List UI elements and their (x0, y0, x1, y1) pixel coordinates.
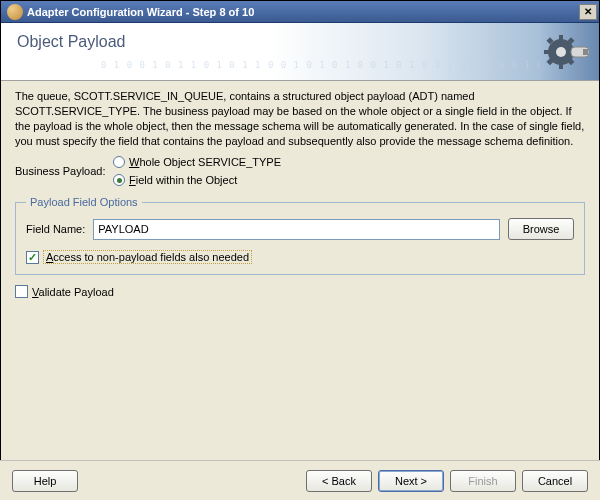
validate-checkbox-row[interactable]: Validate Payload (15, 285, 585, 298)
checkbox-icon (26, 251, 39, 264)
checkbox-label: Access to non-payload fields also needed (43, 250, 252, 264)
payload-radio-group: Whole Object SERVICE_TYPE Field within t… (113, 156, 281, 186)
back-button[interactable]: < Back (306, 470, 372, 492)
description-text: The queue, SCOTT.SERVICE_IN_QUEUE, conta… (15, 89, 585, 148)
cancel-button[interactable]: Cancel (522, 470, 588, 492)
radio-icon (113, 174, 125, 186)
gear-icon (543, 33, 589, 71)
group-legend: Payload Field Options (26, 196, 142, 208)
window-title: Adapter Configuration Wizard - Step 8 of… (27, 6, 579, 18)
business-payload-label: Business Payload: (15, 165, 113, 177)
field-name-row: Field Name: Browse (26, 218, 574, 240)
business-payload-row: Business Payload: Whole Object SERVICE_T… (15, 156, 585, 186)
checkbox-label: Validate Payload (32, 286, 114, 298)
app-icon (7, 4, 23, 20)
svg-rect-2 (559, 63, 563, 69)
radio-label: Field within the Object (129, 174, 237, 186)
svg-rect-1 (559, 35, 563, 41)
payload-field-options-group: Payload Field Options Field Name: Browse… (15, 196, 585, 275)
content-area: The queue, SCOTT.SERVICE_IN_QUEUE, conta… (1, 81, 599, 298)
field-name-input[interactable] (93, 219, 500, 240)
svg-rect-3 (544, 50, 550, 54)
access-checkbox-row[interactable]: Access to non-payload fields also needed (26, 250, 574, 264)
next-button[interactable]: Next > (378, 470, 444, 492)
checkbox-icon (15, 285, 28, 298)
browse-button[interactable]: Browse (508, 218, 574, 240)
finish-button: Finish (450, 470, 516, 492)
banner-decoration: 0 1 0 0 1 0 1 1 0 1 0 1 1 0 0 1 0 1 0 1 … (101, 60, 539, 78)
close-button[interactable]: ✕ (579, 4, 597, 20)
titlebar: Adapter Configuration Wizard - Step 8 of… (1, 1, 599, 23)
radio-label: Whole Object SERVICE_TYPE (129, 156, 281, 168)
help-button[interactable]: Help (12, 470, 78, 492)
radio-icon (113, 156, 125, 168)
svg-point-9 (556, 47, 566, 57)
banner: Object Payload 0 1 0 0 1 0 1 1 0 1 0 1 1… (1, 23, 599, 81)
footer: Help < Back Next > Finish Cancel (0, 460, 600, 500)
svg-rect-11 (583, 49, 588, 55)
page-title: Object Payload (17, 33, 583, 51)
radio-whole-object[interactable]: Whole Object SERVICE_TYPE (113, 156, 281, 168)
radio-field-within[interactable]: Field within the Object (113, 174, 281, 186)
field-name-label: Field Name: (26, 223, 85, 235)
